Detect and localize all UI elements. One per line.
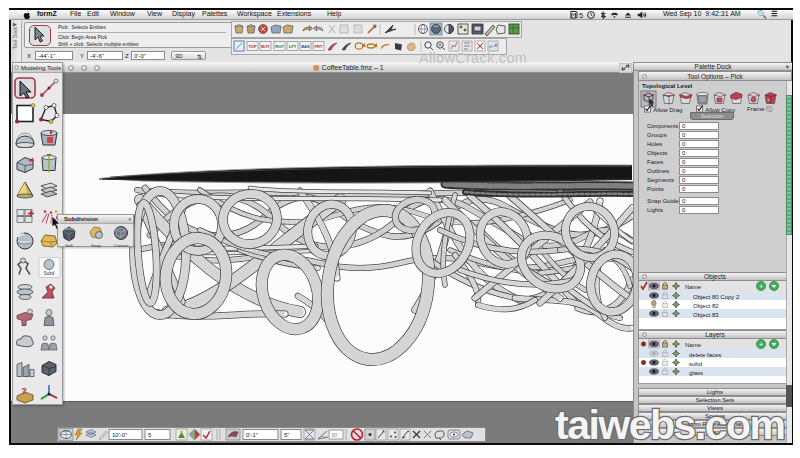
svg-text:delete faces: delete faces: [689, 352, 721, 358]
svg-text:FRT: FRT: [315, 44, 323, 49]
svg-text:BAK: BAK: [301, 44, 310, 49]
svg-text:Name: Name: [685, 342, 702, 348]
svg-text:Subd: Subd: [44, 271, 55, 276]
svg-text:Name: Name: [685, 284, 702, 290]
svg-text:Object 80 Copy 2: Object 80 Copy 2: [693, 294, 740, 300]
svg-text:glass: glass: [689, 370, 703, 376]
svg-text:RGT: RGT: [275, 44, 284, 49]
svg-text:Soft: Soft: [65, 243, 73, 248]
svg-text:+: +: [759, 341, 763, 348]
svg-text:TOP: TOP: [248, 44, 256, 49]
svg-text:0'-1": 0'-1": [246, 432, 258, 438]
svg-text:?: ?: [21, 386, 27, 396]
svg-text:Snap: Snap: [91, 243, 101, 248]
svg-text:Convert: Convert: [114, 243, 129, 248]
svg-text:LFT: LFT: [289, 44, 297, 49]
svg-text:5": 5": [284, 432, 289, 438]
svg-text:subd: subd: [689, 361, 702, 367]
svg-text:BOT: BOT: [261, 44, 270, 49]
svg-text:Object 83: Object 83: [693, 312, 719, 318]
svg-text:+: +: [759, 283, 763, 290]
svg-text:10'-0": 10'-0": [112, 432, 127, 438]
svg-text:5: 5: [579, 11, 583, 19]
svg-text:Object 82: Object 82: [693, 303, 719, 309]
svg-text:30': 30': [331, 432, 338, 438]
